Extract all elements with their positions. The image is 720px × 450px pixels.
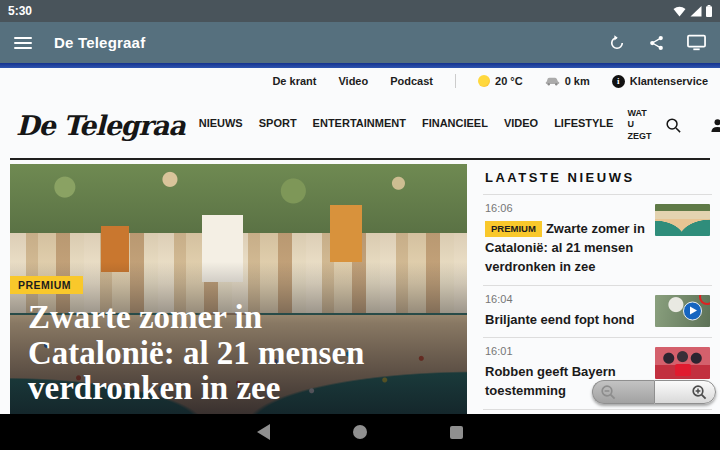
zoom-out-button[interactable]: [592, 380, 654, 404]
site-accent-bar: [0, 63, 720, 68]
news-item[interactable]: 16:06 PREMIUMZwarte zomer in Catalonië: …: [483, 194, 712, 285]
link-de-krant[interactable]: De krant: [272, 75, 316, 87]
nav-lifestyle[interactable]: LIFESTYLE: [554, 117, 613, 129]
news-thumbnail: [655, 204, 710, 236]
premium-badge: PREMIUM: [485, 221, 542, 237]
nav-nieuws[interactable]: NIEUWS: [199, 117, 243, 129]
sun-icon: [478, 75, 490, 87]
zoom-in-icon: [691, 384, 708, 401]
car-icon: [545, 76, 560, 86]
news-time: 16:06: [485, 202, 645, 214]
app-toolbar: De Telegraaf: [0, 22, 720, 63]
divider: [455, 74, 456, 88]
latest-news-sidebar: LAATSTE NIEUWS 16:06 PREMIUMZwarte zomer…: [483, 164, 712, 414]
link-video[interactable]: Video: [338, 75, 368, 87]
refresh-icon[interactable]: [608, 34, 626, 52]
back-button[interactable]: [257, 424, 270, 440]
weather-temp: 20 °C: [495, 75, 523, 87]
home-button[interactable]: [353, 425, 367, 439]
info-icon: i: [612, 75, 625, 88]
clock: 5:30: [8, 4, 32, 18]
nav-entertainment[interactable]: ENTERTAINMENT: [313, 117, 406, 129]
screen: 5:30 De Telegraaf De krant Video Podcast…: [0, 0, 720, 450]
wifi-icon: [673, 6, 686, 17]
news-time: 16:01: [485, 345, 645, 357]
cast-screen-icon[interactable]: [687, 34, 706, 51]
nav-sport[interactable]: SPORT: [259, 117, 297, 129]
status-icons: [673, 5, 712, 17]
link-podcast[interactable]: Podcast: [390, 75, 433, 87]
utility-bar: De krant Video Podcast 20 °C 0 km i Klan…: [0, 68, 720, 92]
play-icon: [683, 301, 702, 320]
login-button[interactable]: Inloggen: [710, 118, 720, 133]
hero-headline: Zwarte zomer in Catalonië: al 21 mensen …: [28, 300, 364, 407]
share-icon[interactable]: [648, 34, 665, 52]
recents-button[interactable]: [450, 426, 463, 439]
news-thumbnail: [655, 295, 710, 327]
masthead: De Telegraa NIEUWS SPORT ENTERTAINMENT F…: [0, 92, 720, 158]
news-time: 16:04: [485, 293, 645, 305]
traffic-widget[interactable]: 0 km: [545, 75, 590, 87]
zoom-in-button[interactable]: [654, 380, 716, 404]
nav-wat-u-zegt[interactable]: WAT U ZEGT: [627, 108, 651, 142]
signal-icon: [690, 6, 702, 17]
sidebar-title: LAATSTE NIEUWS: [483, 164, 712, 194]
zoom-controls: [592, 380, 716, 404]
zoom-out-icon: [600, 384, 617, 401]
weather-widget[interactable]: 20 °C: [478, 75, 523, 87]
content: PREMIUM Zwarte zomer in Catalonië: al 21…: [0, 160, 720, 414]
news-title: Briljante eend fopt hond: [485, 311, 645, 330]
android-nav-bar: [0, 414, 720, 450]
hero-article[interactable]: PREMIUM Zwarte zomer in Catalonië: al 21…: [10, 164, 467, 414]
news-item[interactable]: 16:04 Briljante eend fopt hond: [483, 285, 712, 338]
site-logo[interactable]: De Telegraa: [16, 110, 185, 141]
customer-service-link[interactable]: i Klantenservice: [612, 75, 708, 88]
android-status-bar: 5:30: [0, 0, 720, 22]
customer-service-label: Klantenservice: [630, 75, 708, 87]
app-title: De Telegraaf: [54, 34, 145, 51]
news-thumbnail: [655, 347, 710, 379]
menu-icon[interactable]: [14, 37, 32, 49]
nav-financieel[interactable]: FINANCIEEL: [422, 117, 488, 129]
traffic-km: 0 km: [565, 75, 590, 87]
main-nav: NIEUWS SPORT ENTERTAINMENT FINANCIEEL VI…: [199, 117, 614, 133]
nav-video[interactable]: VIDEO: [504, 117, 538, 129]
search-icon[interactable]: [665, 117, 682, 134]
webview: De krant Video Podcast 20 °C 0 km i Klan…: [0, 68, 720, 414]
user-icon: [710, 118, 720, 133]
battery-icon: [706, 5, 712, 17]
news-title: PREMIUMZwarte zomer in Catalonië: al 21 …: [485, 220, 645, 277]
premium-badge: PREMIUM: [10, 276, 83, 294]
